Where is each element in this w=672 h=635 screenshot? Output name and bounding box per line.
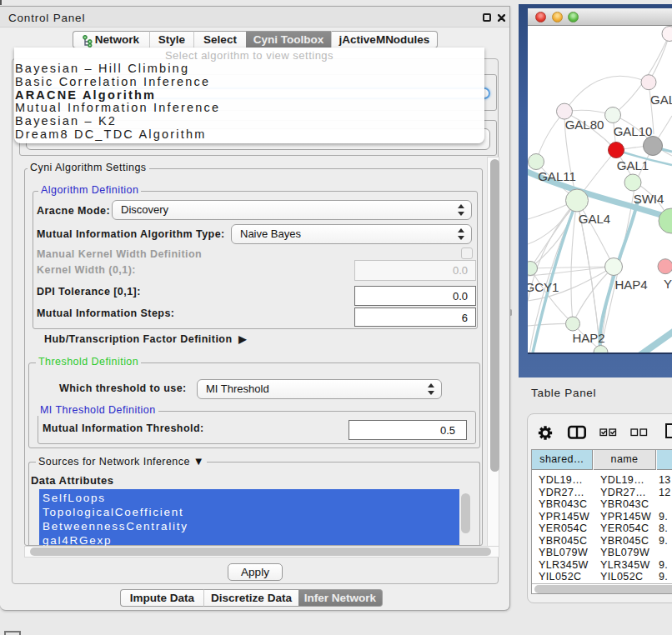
svg-text:GAL11: GAL11 [538,169,576,183]
svg-text:GAL4: GAL4 [579,212,610,226]
svg-text:GAL80: GAL80 [565,118,604,132]
svg-text:GCY1: GCY1 [528,280,559,294]
svg-text:Y: Y [664,277,672,291]
svg-text:SWI4: SWI4 [634,192,664,206]
svg-text:HAP4: HAP4 [614,278,647,292]
svg-text:GAL10: GAL10 [614,124,653,138]
svg-text:GAL: GAL [650,92,672,107]
svg-text:GAL1: GAL1 [617,158,649,172]
svg-text:HAP2: HAP2 [572,331,604,345]
